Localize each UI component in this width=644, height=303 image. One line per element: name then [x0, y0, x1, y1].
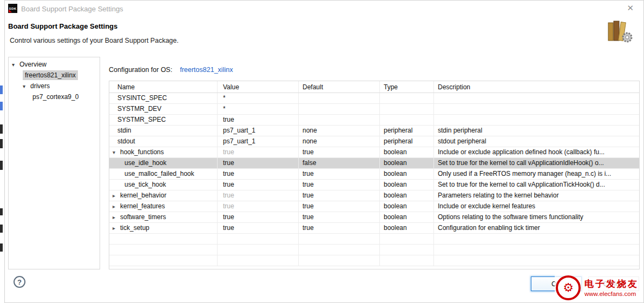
cell-value: true — [218, 223, 299, 233]
watermark-title: 电子发烧友 — [584, 278, 639, 290]
cell-empty — [109, 234, 218, 244]
setting-name: software_timers — [120, 213, 166, 221]
cell-empty — [380, 255, 434, 266]
cell-value: true — [218, 201, 299, 212]
cell-empty — [380, 245, 434, 255]
cell-empty — [299, 255, 380, 266]
cell-name: ▸kernel_behavior — [109, 190, 218, 201]
cell-type: boolean — [380, 158, 434, 168]
cell-default: true — [299, 190, 380, 201]
table-row-stdin[interactable]: stdinps7_uart_1noneperipheralstdin perip… — [109, 126, 639, 136]
table-row-use_idle_hook[interactable]: use_idle_hooktruefalsebooleanSet to true… — [109, 158, 639, 169]
table-row-stdout[interactable]: stdoutps7_uart_1noneperipheralstdout per… — [109, 136, 639, 147]
chevron-down-icon[interactable]: ▾ — [113, 147, 120, 157]
column-header-name[interactable]: Name — [109, 81, 218, 93]
cell-value: true — [218, 190, 299, 201]
table-row-kernel_behavior[interactable]: ▸kernel_behaviortruetruebooleanParameter… — [109, 190, 639, 201]
setting-name: SYSTMR_DEV — [117, 105, 161, 113]
sidebar-item-label: freertos821_xilinx — [23, 70, 78, 80]
column-header-default[interactable]: Default — [299, 81, 380, 93]
cell-name: ▸kernel_features — [109, 201, 218, 212]
cell-description: Only used if a FreeRTOS memory manager (… — [434, 169, 639, 179]
cell-type — [380, 93, 434, 103]
chevron-right-icon[interactable]: ▸ — [113, 212, 120, 222]
cell-empty — [380, 234, 434, 244]
table-row-tick_setup[interactable]: ▸tick_setuptruetruebooleanConfiguration … — [109, 223, 639, 234]
column-header-type[interactable]: Type — [380, 81, 434, 93]
cell-value: ps7_uart_1 — [218, 136, 299, 147]
cell-name: use_idle_hook — [109, 158, 218, 168]
table-header-row: NameValueDefaultTypeDescription — [109, 81, 639, 93]
table-row-SYSINTC_SPEC[interactable]: SYSINTC_SPEC* — [109, 93, 639, 104]
cell-name: stdout — [109, 136, 218, 147]
edge-fragment — [0, 102, 3, 110]
edge-fragment — [0, 243, 3, 252]
config-line: Configuration for OS:freertos821_xilinx — [109, 66, 233, 74]
table-row-kernel_features[interactable]: ▸kernel_featurestruetruebooleanInclude o… — [109, 201, 639, 212]
table-row-empty — [109, 245, 639, 255]
elecfans-logo-icon: ⚙ — [556, 275, 581, 300]
table-row-SYSTMR_SPEC[interactable]: SYSTMR_SPECtrue — [109, 115, 639, 126]
cell-empty — [299, 245, 380, 255]
column-header-value[interactable]: Value — [218, 81, 299, 93]
setting-name: use_idle_hook — [124, 159, 166, 167]
cell-default: true — [299, 180, 380, 190]
table-row-software_timers[interactable]: ▸software_timerstruetruebooleanOptions r… — [109, 212, 639, 223]
cell-type: boolean — [380, 169, 434, 179]
cell-name: SYSTMR_DEV — [109, 104, 218, 114]
cell-value: true — [218, 158, 299, 168]
column-header-description[interactable]: Description — [434, 81, 639, 93]
cell-name: ▸tick_setup — [109, 223, 218, 233]
cell-default: true — [299, 147, 380, 157]
bsp-settings-dialog: SDK Board Support Package Settings ✕ Boa… — [4, 0, 644, 303]
cell-default: false — [299, 158, 380, 168]
cell-type: peripheral — [380, 126, 434, 136]
cell-description: Configuration for enabling tick timer — [434, 223, 639, 233]
setting-name: kernel_features — [120, 202, 165, 210]
chevron-right-icon[interactable]: ▸ — [113, 223, 120, 233]
chevron-right-icon[interactable]: ▸ — [113, 190, 120, 201]
cell-type: boolean — [380, 180, 434, 190]
sidebar-item-ps7_cortexa9_0[interactable]: ps7_cortexa9_0 — [9, 91, 100, 102]
os-name-link[interactable]: freertos821_xilinx — [180, 66, 233, 74]
cell-default — [299, 104, 380, 114]
watermark-text: 电子发烧友 www.elecfans.com — [584, 278, 639, 298]
close-icon[interactable]: ✕ — [627, 4, 634, 12]
sidebar-item-drivers[interactable]: ▾drivers — [9, 81, 100, 91]
window-title: Board Support Package Settings — [21, 5, 123, 13]
sidebar-item-freertos821_xilinx[interactable]: freertos821_xilinx — [9, 70, 100, 81]
table-row-empty — [109, 234, 639, 245]
sidebar-item-label: ps7_cortexa9_0 — [32, 93, 78, 101]
sidebar-item-Overview[interactable]: ▾Overview — [9, 59, 100, 70]
edge-fragment — [0, 225, 3, 233]
setting-name: tick_setup — [120, 224, 149, 232]
settings-table-body: SYSINTC_SPEC*SYSTMR_DEV*SYSTMR_SPECtrues… — [109, 93, 639, 266]
cell-description: Include or exclude application defined h… — [434, 147, 639, 157]
setting-name: stdout — [117, 137, 135, 145]
table-row-use_tick_hook[interactable]: use_tick_hooktruetruebooleanSet to true … — [109, 180, 639, 190]
cell-description: Include or exclude kernel features — [434, 201, 639, 212]
cell-type: boolean — [380, 147, 434, 157]
table-row-hook_functions[interactable]: ▾hook_functionstruetruebooleanInclude or… — [109, 147, 639, 158]
gear-icon: ⚙ — [563, 281, 574, 295]
edge-fragment — [0, 124, 3, 134]
table-row-SYSTMR_DEV[interactable]: SYSTMR_DEV* — [109, 104, 639, 115]
cell-type: boolean — [380, 223, 434, 233]
cell-empty — [434, 255, 639, 266]
setting-name: hook_functions — [120, 148, 164, 156]
cell-empty — [109, 255, 218, 266]
watermark: ⚙ 电子发烧友 www.elecfans.com — [555, 274, 642, 301]
chevron-down-icon[interactable]: ▾ — [12, 60, 19, 70]
cell-value: * — [218, 93, 299, 103]
help-button[interactable]: ? — [14, 276, 25, 288]
cell-empty — [109, 245, 218, 255]
table-row-use_malloc_failed_hook[interactable]: use_malloc_failed_hooktruetruebooleanOnl… — [109, 169, 639, 180]
chevron-down-icon[interactable]: ▾ — [23, 81, 30, 92]
chevron-right-icon[interactable]: ▸ — [113, 201, 120, 212]
cell-empty — [218, 255, 299, 266]
cell-empty — [434, 245, 639, 255]
cell-default: true — [299, 201, 380, 212]
table-row-empty — [109, 255, 639, 266]
setting-name: use_malloc_failed_hook — [124, 170, 194, 177]
cell-value: true — [218, 115, 299, 125]
